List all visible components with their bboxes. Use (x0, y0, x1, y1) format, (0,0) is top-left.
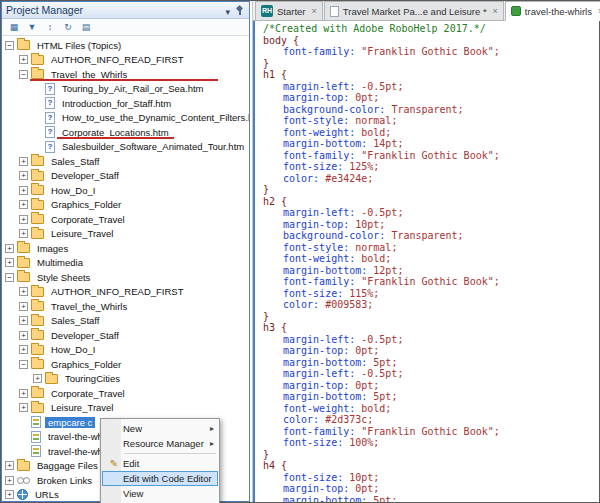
expand-box-icon[interactable]: + (5, 258, 14, 267)
filter-funnel-icon[interactable]: ▼ (25, 21, 39, 34)
editor-tab-travel-market[interactable]: Travel Market Pa...e and Leisure *× (324, 1, 504, 20)
code-token: 5pt; (367, 495, 397, 503)
tree-item-graphics-folder[interactable]: +Graphics_Folder (2, 198, 249, 213)
editor-tab-travel-the-whirls[interactable]: travel-the-whirls× (505, 1, 600, 21)
tree-item-touringcities[interactable]: +TouringCities (2, 372, 249, 387)
tree-item-label: Travel_the_Whirls (48, 69, 130, 80)
chevron-down-icon[interactable]: ▾ (225, 7, 230, 17)
code-line: margin-left: -0.5pt; (255, 81, 599, 93)
tree-item-touring-by-air-rail-or-sea-htm[interactable]: ?Touring_by_Air,_Rail_or_Sea.htm (2, 82, 249, 97)
code-token: "Franklin Gothic Book"; (355, 276, 500, 287)
expand-box-icon[interactable]: + (19, 186, 28, 195)
expand-box-icon[interactable]: + (19, 316, 28, 325)
folder-icon (31, 55, 44, 65)
code-line: font-style: normal; (255, 115, 599, 127)
expand-box-icon[interactable]: + (5, 461, 14, 470)
code-line: font-size: 100%; (255, 437, 599, 449)
expand-box-icon[interactable]: + (19, 345, 28, 354)
refresh-icon[interactable]: ↻ (61, 21, 75, 34)
expand-box-icon[interactable]: + (19, 287, 28, 296)
tree-item-label: Developer_Staff (48, 170, 122, 181)
code-token: background-color: (283, 230, 385, 241)
tree-item-how-do-i[interactable]: +How_Do_I (2, 343, 249, 358)
code-token: 100%; (343, 437, 379, 448)
expand-box-icon[interactable]: + (5, 476, 14, 485)
tree-item-developer-staff[interactable]: +Developer_Staff (2, 169, 249, 184)
tree-item-graphics-folder[interactable]: −Graphics_Folder (2, 357, 249, 372)
tree-item-corporate-travel[interactable]: +Corporate_Travel (2, 386, 249, 401)
tree-item-travel-the-whirls[interactable]: +Travel_the_Whirls (2, 299, 249, 314)
editor-tab-starter[interactable]: RHStarter× (255, 1, 323, 20)
expand-box-icon[interactable]: + (19, 302, 28, 311)
expand-box-icon[interactable]: + (19, 215, 28, 224)
menu-item-resource-manager[interactable]: Resource Manager▸ (102, 436, 218, 451)
expand-box-icon[interactable]: + (19, 229, 28, 238)
code-line: background-color: Transparent; (255, 104, 599, 116)
expand-box-icon[interactable]: + (19, 200, 28, 209)
stylesheets-folder-icon (17, 272, 30, 282)
expand-box-icon[interactable]: + (5, 490, 14, 499)
expand-box-icon[interactable]: + (19, 403, 28, 412)
htm-file-icon: ? (45, 126, 55, 138)
code-token: -0.5pt; (355, 368, 403, 379)
menu-item-edit-with-code-editor[interactable]: Edit with Code Editor (102, 471, 218, 486)
expand-box-icon[interactable]: + (19, 171, 28, 180)
code-token: 0pt; (349, 92, 379, 103)
code-token: font-family: (283, 426, 355, 437)
code-line: } (255, 449, 599, 461)
tree-item-leisure-travel[interactable]: +Leisure_Travel (2, 227, 249, 242)
tree-item-how-do-i[interactable]: +How_Do_I (2, 183, 249, 198)
collapse-box-icon[interactable]: − (19, 70, 28, 79)
tree-item-travel-the-whirls[interactable]: −Travel_the_Whirls (2, 67, 249, 82)
code-token: /*Created with Adobe RoboHelp 2017.*/ (263, 23, 486, 34)
sort-icon[interactable]: ↕ (43, 21, 57, 34)
pin-icon[interactable] (235, 5, 245, 15)
close-icon[interactable]: × (493, 6, 498, 16)
code-token: font-family: (283, 276, 355, 287)
code-line: font-style: normal; (255, 242, 599, 254)
code-token: margin-left: (283, 334, 355, 345)
tree-item-author-info-read-first[interactable]: +AUTHOR_INFO_READ_FIRST (2, 53, 249, 68)
code-token: normal; (349, 115, 397, 126)
expand-box-icon[interactable]: + (19, 157, 28, 166)
expand-box-icon[interactable]: + (19, 389, 28, 398)
properties-icon[interactable]: ▤ (79, 21, 93, 34)
code-token: font-size: (283, 288, 343, 299)
menu-item-edit[interactable]: ✎Edit (102, 456, 218, 471)
tree-item-leisure-travel[interactable]: +Leisure_Travel (2, 401, 249, 416)
tree-item-label: Developer_Staff (48, 330, 122, 341)
code-line: body { (255, 35, 599, 47)
tree-item-multimedia[interactable]: +Multimedia (2, 256, 249, 271)
close-icon[interactable]: × (312, 6, 317, 16)
menu-item-view[interactable]: View (102, 486, 218, 501)
tree-item-author-info-read-first[interactable]: +AUTHOR_INFO_READ_FIRST (2, 285, 249, 300)
code-token: 115%; (343, 288, 379, 299)
collapse-box-icon[interactable]: − (5, 273, 14, 282)
css-code-editor[interactable]: /*Created with Adobe RoboHelp 2017.*/bod… (253, 21, 599, 502)
tree-item-label: HTML Files (Topics) (34, 40, 124, 51)
code-token: margin-bottom: (283, 391, 367, 402)
tree-item-introduction-for-staff-htm[interactable]: ?Introduction_for_Staff.htm (2, 96, 249, 111)
tree-item-sales-staff[interactable]: +Sales_Staff (2, 314, 249, 329)
collapse-box-icon[interactable]: − (5, 41, 14, 50)
expand-box-icon[interactable]: + (33, 374, 42, 383)
menu-item-new[interactable]: New▸ (102, 421, 218, 436)
collapse-box-icon[interactable]: − (19, 360, 28, 369)
tree-item-corporate-locations-htm[interactable]: ?Corporate_Locations.htm (2, 125, 249, 140)
expand-box-icon[interactable]: + (19, 55, 28, 64)
tree-item-images[interactable]: +Images (2, 241, 249, 256)
tree-item-label: Graphics_Folder (48, 199, 124, 210)
tree-item-developer-staff[interactable]: +Developer_Staff (2, 328, 249, 343)
folder-icon (31, 345, 44, 355)
tree-item-html-files-topics[interactable]: −HTML Files (Topics) (2, 38, 249, 53)
expand-box-icon[interactable]: + (5, 244, 14, 253)
new-item-icon[interactable]: ▦ (7, 21, 21, 34)
expand-box-icon[interactable]: + (19, 331, 28, 340)
tree-item-corporate-travel[interactable]: +Corporate_Travel (2, 212, 249, 227)
htm-file-icon: ? (45, 141, 55, 153)
tree-item-salesbuilder-software-animated-tour-htm[interactable]: ?Salesbuilder_Software_Animated_Tour.htm (2, 140, 249, 155)
tree-item-how-to-use-the-dynamic-content-filters-htm[interactable]: ?How_to_use_the_Dynamic_Content_Filters.… (2, 111, 249, 126)
tree-item-style-sheets[interactable]: −Style Sheets (2, 270, 249, 285)
tree-item-sales-staff[interactable]: +Sales_Staff (2, 154, 249, 169)
code-token: } (263, 184, 269, 195)
